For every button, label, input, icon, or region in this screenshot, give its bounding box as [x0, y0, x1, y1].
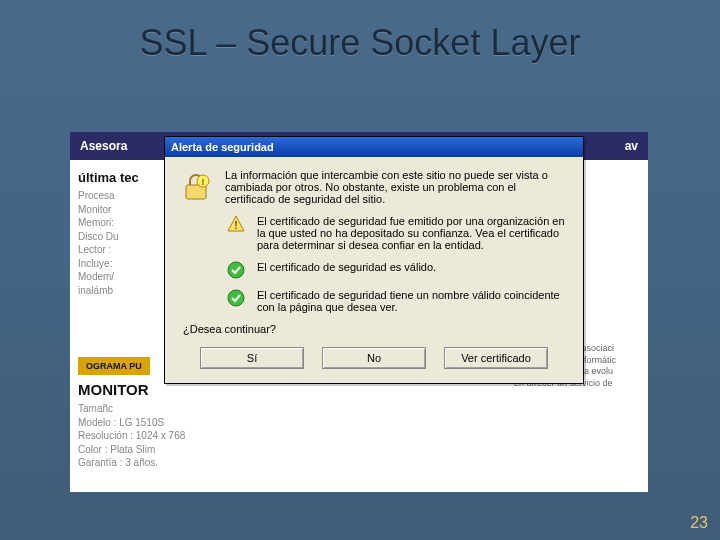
bg-topbar-left: Asesora [80, 139, 127, 153]
slide-title: SSL – Secure Socket Layer [0, 22, 720, 64]
svg-text:!: ! [202, 177, 205, 187]
slide-page-number: 23 [690, 514, 708, 532]
bg-topbar-right: av [625, 139, 638, 153]
monitor-spec-line: Resolución : 1024 x 768 [78, 429, 640, 443]
dialog-item-text: El certificado de seguridad es válido. [257, 261, 436, 279]
monitor-spec-line: Tamañc [78, 402, 640, 416]
dialog-intro-text: La información que intercambie con este … [225, 169, 569, 205]
dialog-item-text: El certificado de seguridad fue emitido … [257, 215, 569, 251]
dialog-item: ! El certificado de seguridad fue emitid… [225, 215, 569, 251]
svg-text:!: ! [234, 220, 237, 231]
dialog-item-list: ! El certificado de seguridad fue emitid… [225, 215, 569, 313]
dialog-question: ¿Desea continuar? [183, 323, 569, 335]
monitor-spec-line: Modelo : LG 1510S [78, 416, 640, 430]
dialog-body: ! La información que intercambie con est… [165, 157, 583, 383]
dialog-item: El certificado de seguridad es válido. [225, 261, 569, 279]
dialog-titlebar: Alerta de seguridad [165, 137, 583, 157]
dialog-intro-row: ! La información que intercambie con est… [179, 169, 569, 205]
svg-point-5 [228, 262, 244, 278]
monitor-spec-line: Color : Plata Slim [78, 443, 640, 457]
dialog-button-row: Sí No Ver certificado [179, 347, 569, 369]
dialog-item-text: El certificado de seguridad tiene un nom… [257, 289, 569, 313]
view-certificate-button[interactable]: Ver certificado [444, 347, 548, 369]
check-circle-icon [225, 261, 247, 279]
security-alert-dialog: Alerta de seguridad ! La información que… [164, 136, 584, 384]
dialog-item: El certificado de seguridad tiene un nom… [225, 289, 569, 313]
no-button[interactable]: No [322, 347, 426, 369]
monitor-spec-line: Garantía : 3 años. [78, 456, 640, 470]
check-circle-icon [225, 289, 247, 313]
lock-warning-icon: ! [179, 169, 213, 205]
bg-monitor-specs: Tamañc Modelo : LG 1510S Resolución : 10… [78, 402, 640, 470]
yes-button[interactable]: Sí [200, 347, 304, 369]
bg-yellow-banner: OGRAMA PU [78, 357, 150, 375]
warning-triangle-icon: ! [225, 215, 247, 251]
svg-point-6 [228, 290, 244, 306]
